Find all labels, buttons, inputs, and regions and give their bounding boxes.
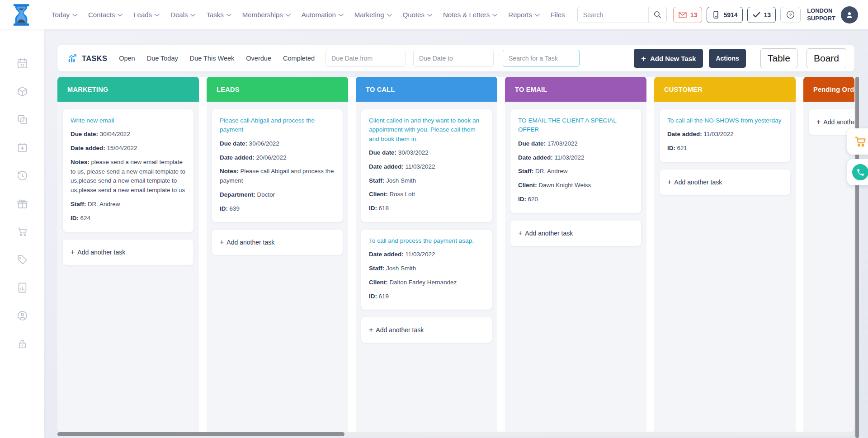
task-title-link[interactable]: To call and process the payment asap. — [369, 236, 484, 245]
app-logo[interactable] — [12, 3, 31, 27]
sidebar-item-orders[interactable] — [16, 226, 28, 238]
sidebar-item-support[interactable] — [16, 310, 28, 322]
task-card[interactable]: TO EMAIL THE CLIENT A SPECIAL OFFER Due … — [510, 109, 641, 213]
task-title-link[interactable]: Write new email — [71, 116, 186, 125]
column-header[interactable]: TO CALL — [356, 77, 497, 102]
email-notifications-button[interactable]: 13 — [673, 7, 703, 23]
task-title-link[interactable]: Please call Abigail and process the paym… — [220, 116, 335, 135]
field-label: Date added: — [518, 154, 553, 161]
task-title-link[interactable]: To call all the NO-SHOWS from yesterday — [667, 116, 783, 125]
board-view-button[interactable]: Board — [807, 48, 846, 68]
nav-reports[interactable]: Reports — [508, 11, 540, 19]
horizontal-scrollbar[interactable] — [57, 432, 854, 436]
tasks-toolbar: TASKS Open Due Today Due This Week Overd… — [57, 45, 854, 71]
board-column-to-call: TO CALL Client called in and they want t… — [356, 77, 497, 432]
main-content: TASKS Open Due Today Due This Week Overd… — [44, 29, 868, 438]
filter-completed[interactable]: Completed — [283, 55, 315, 62]
chevron-down-icon — [155, 14, 160, 17]
tasks-count-button[interactable]: 13 — [747, 7, 776, 23]
nav-today[interactable]: Today — [52, 11, 77, 19]
add-another-task-button[interactable]: +Add another task — [212, 230, 343, 255]
nav-memberships[interactable]: Memberships — [242, 11, 291, 19]
task-count: 13 — [764, 11, 771, 19]
nav-contacts[interactable]: Contacts — [88, 11, 123, 19]
task-filters: Open Due Today Due This Week Overdue Com… — [119, 55, 315, 62]
field-label: Date added: — [369, 251, 404, 258]
add-new-task-button[interactable]: +Add New Task — [634, 49, 703, 68]
filter-open[interactable]: Open — [119, 55, 135, 62]
sidebar-item-reports[interactable] — [16, 282, 28, 294]
column-header[interactable]: TO EMAIL — [505, 77, 646, 102]
task-card[interactable]: Write new email Due date: 30/04/2022 Dat… — [63, 109, 193, 232]
sidebar-item-pricing[interactable]: $ — [16, 254, 28, 266]
filter-due-today[interactable]: Due Today — [147, 55, 178, 62]
column-header[interactable]: LEADS — [207, 77, 348, 102]
plus-icon: + — [220, 239, 224, 246]
task-card[interactable]: Please call Abigail and process the paym… — [212, 109, 343, 222]
field-label: Due date: — [220, 140, 247, 147]
topbar: Today Contacts Leads Deals Tasks Members… — [0, 0, 868, 29]
avatar[interactable] — [841, 6, 858, 24]
search-button[interactable] — [648, 7, 666, 23]
add-another-task-button[interactable]: +Add another task — [660, 170, 790, 195]
task-title-link[interactable]: TO EMAIL THE CLIENT A SPECIAL OFFER — [518, 116, 633, 135]
due-date-from-input[interactable] — [326, 50, 406, 67]
board-column-leads: LEADS Please call Abigail and process th… — [207, 77, 348, 432]
nav-notes-letters[interactable]: Notes & Letters — [443, 11, 497, 19]
column-title: CUSTOMER — [664, 86, 703, 93]
nav-tasks[interactable]: Tasks — [206, 11, 231, 19]
task-card[interactable]: To call and process the payment asap. Da… — [361, 230, 492, 310]
column-header[interactable]: Pending Orders — [803, 77, 854, 102]
horizontal-scrollbar-thumb[interactable] — [57, 432, 344, 436]
due-date-to-input[interactable] — [413, 50, 494, 67]
sidebar-item-calendar[interactable]: 12 — [16, 57, 28, 70]
field-value: 30/03/2022 — [398, 149, 429, 156]
table-view-button[interactable]: Table — [760, 48, 797, 68]
column-header[interactable]: MARKETING — [57, 77, 199, 102]
actions-button[interactable]: Actions — [709, 49, 745, 68]
task-search-input[interactable] — [503, 50, 580, 67]
sidebar-item-calendar-sync[interactable] — [16, 141, 28, 154]
cart-fab-button[interactable] — [847, 128, 868, 155]
nav-quotes[interactable]: Quotes — [403, 11, 432, 19]
sidebar-item-security[interactable] — [16, 338, 28, 350]
nav-marketing[interactable]: Marketing — [354, 11, 392, 19]
sidebar-item-history[interactable] — [16, 170, 28, 182]
column-header[interactable]: CUSTOMER — [654, 77, 796, 102]
sidebar-item-packages[interactable] — [16, 85, 28, 98]
calls-button[interactable]: 5914 — [707, 7, 742, 23]
add-another-task-button[interactable]: +Add another task — [63, 240, 193, 265]
field-value: DR. Andrew — [535, 168, 567, 174]
task-card[interactable]: Client called in and they want to book a… — [361, 109, 492, 222]
user-name-line1: LONDON — [807, 7, 835, 15]
phone-circle — [852, 164, 868, 180]
field-value: Dawn Knight Weiss — [538, 182, 591, 188]
add-another-task-button[interactable]: +Add another task — [510, 221, 641, 246]
left-sidebar: 12 $ — [0, 29, 44, 438]
nav-leads[interactable]: Leads — [133, 11, 160, 19]
field-value: 15/04/2022 — [107, 145, 137, 151]
sidebar-item-pages[interactable] — [16, 113, 28, 126]
nav-deals[interactable]: Deals — [170, 11, 195, 19]
field-label: ID: — [71, 215, 79, 221]
field-label: Staff: — [369, 265, 384, 272]
filter-due-this-week[interactable]: Due This Week — [190, 55, 235, 62]
calendar-sync-icon — [16, 141, 28, 154]
field-value: 11/03/2022 — [405, 251, 435, 258]
nav-label: Notes & Letters — [443, 11, 490, 19]
global-search-input[interactable] — [578, 11, 648, 19]
filter-overdue[interactable]: Overdue — [246, 55, 271, 62]
nav-automation[interactable]: Automation — [302, 11, 344, 19]
topbar-right: 13 5914 13 ? LONDON SUPPORT — [577, 6, 858, 24]
help-button[interactable]: ? — [780, 7, 801, 23]
nav-files[interactable]: Files — [551, 11, 565, 19]
task-title-link[interactable]: Client called in and they want to book a… — [369, 116, 484, 144]
add-another-task-label: Add another task — [226, 239, 274, 246]
price-tag-icon: $ — [16, 254, 28, 266]
phone-fab-button[interactable] — [847, 159, 868, 185]
nav-label: Leads — [133, 11, 152, 19]
task-card[interactable]: To call all the NO-SHOWS from yesterday … — [660, 109, 790, 162]
nav-label: Tasks — [206, 11, 223, 19]
sidebar-item-gifts[interactable] — [16, 198, 28, 210]
add-another-task-button[interactable]: +Add another task — [361, 317, 492, 343]
